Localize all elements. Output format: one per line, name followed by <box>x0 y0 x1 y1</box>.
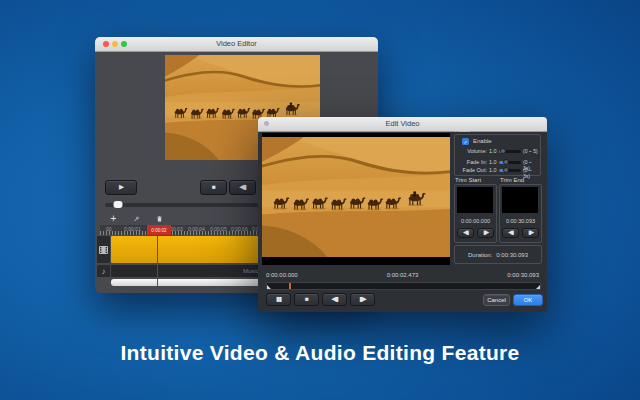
stop-button[interactable]: ■ <box>294 293 319 306</box>
dialog-seek-bar[interactable] <box>266 282 541 290</box>
next-frame-button[interactable]: ▮▶ <box>350 293 375 306</box>
duration-value: 0:00:30.093 <box>496 252 528 258</box>
trim-end-next-frame-button[interactable]: ▮▶ <box>522 228 539 238</box>
background: Video Editor ▶ ■ ◀▮ ▮▶ + <box>0 0 640 400</box>
trim-start-time: 0:00:00.000 <box>455 218 496 224</box>
video-track-icon-cell <box>97 236 110 263</box>
fade-out-range: (0 ~ 3s) <box>523 167 540 179</box>
ruler-label: 0:00:01 <box>124 226 141 232</box>
fade-in-slider[interactable] <box>499 161 521 164</box>
fade-in-value: 1.0 <box>489 159 497 165</box>
fade-out-label: Fade Out: <box>455 167 487 173</box>
next-frame-icon: ▮▶ <box>359 296 366 303</box>
playhead-line[interactable] <box>157 235 158 286</box>
fade-out-slider[interactable] <box>499 169 521 172</box>
editor-seek-handle[interactable] <box>113 201 122 208</box>
previous-frame-button[interactable]: ◀▮ <box>229 180 256 195</box>
ruler-label: 0:00:04 <box>188 226 205 232</box>
window-title: Video Editor <box>95 39 378 48</box>
fade-in-label: Fade In: <box>455 159 487 165</box>
trim-handle-left[interactable] <box>267 285 271 289</box>
edit-video-dialog: Edit Video Audio ✓ Enable Volume: 1.0 (0… <box>258 117 547 312</box>
audio-track-icon-cell: ♪ <box>97 265 110 277</box>
trim-end-frame <box>502 187 538 213</box>
seek-position-marker[interactable] <box>289 283 291 289</box>
stop-icon: ■ <box>305 296 308 303</box>
volume-label: Volume: <box>455 148 487 154</box>
fade-out-slider-knob[interactable] <box>503 167 509 173</box>
trash-icon <box>157 214 162 224</box>
ok-button[interactable]: OK <box>513 294 543 306</box>
previous-frame-button[interactable]: ◀▮ <box>322 293 347 306</box>
add-clip-button[interactable]: + <box>105 212 122 225</box>
previous-frame-icon: ◀▮ <box>331 296 338 303</box>
tagline-text: Intuitive Video & Audio Editing Feature <box>0 341 640 365</box>
volume-range: (0 ~ 5) <box>523 148 538 154</box>
trim-handle-right[interactable] <box>536 285 540 289</box>
previous-frame-icon: ◀▮ <box>463 230 468 236</box>
volume-value: 1.0 <box>489 148 497 154</box>
volume-slider-knob[interactable] <box>500 148 506 154</box>
next-frame-icon: ▮▶ <box>483 230 488 236</box>
plus-icon: + <box>111 214 117 224</box>
edit-tool-button[interactable] <box>128 212 145 225</box>
play-button[interactable]: ▶ <box>105 180 137 195</box>
music-track-label: Music <box>243 268 259 274</box>
duration-box: Duration: 0:00:30.093 <box>454 245 542 264</box>
cancel-button[interactable]: Cancel <box>483 294 510 306</box>
trim-end-label: Trim End <box>500 177 524 183</box>
enable-checkbox[interactable]: ✓ <box>462 138 469 145</box>
ruler-label: 00 <box>106 226 112 232</box>
stop-icon: ■ <box>212 184 215 191</box>
delete-clip-button[interactable] <box>151 212 168 225</box>
next-frame-icon: ▮▶ <box>528 230 533 236</box>
audio-group-label: Audio <box>455 127 470 133</box>
trim-end-time: 0:00:30.093 <box>500 218 541 224</box>
trim-end-box: 0:00:30.093 ◀▮ ▮▶ <box>499 184 542 243</box>
trim-start-box: 0:00:00.000 ◀▮ ▮▶ <box>454 184 497 243</box>
wrench-icon <box>134 214 139 224</box>
play-icon: ▶ <box>119 184 123 191</box>
trim-start-frame <box>457 187 493 213</box>
film-strip-icon <box>99 246 108 254</box>
trim-start-prev-frame-button[interactable]: ◀▮ <box>457 228 474 238</box>
ruler-label: 0:00:05 <box>210 226 227 232</box>
trim-start-label: Trim Start <box>455 177 481 183</box>
enable-label: Enable <box>473 138 492 144</box>
pause-button[interactable]: ▮▮ <box>266 293 291 306</box>
music-note-icon: ♪ <box>102 267 106 276</box>
seek-end-time: 0:00:30.093 <box>507 272 539 278</box>
trim-start-next-frame-button[interactable]: ▮▶ <box>477 228 494 238</box>
seek-current-time: 0:00:02.473 <box>387 272 419 278</box>
desert-camels-image <box>262 137 450 257</box>
check-icon: ✓ <box>463 139 467 145</box>
ruler-label: 0:00:06 <box>231 226 248 232</box>
seek-start-time: 0:00:00.000 <box>266 272 298 278</box>
previous-frame-icon: ◀▮ <box>508 230 513 236</box>
stop-button[interactable]: ■ <box>200 180 227 195</box>
dialog-video-preview <box>262 133 450 265</box>
fade-in-slider-knob[interactable] <box>503 159 509 165</box>
pause-icon: ▮▮ <box>276 296 281 303</box>
fade-out-value: 1.0 <box>489 167 497 173</box>
duration-label: Duration: <box>468 252 492 258</box>
trim-end-prev-frame-button[interactable]: ◀▮ <box>502 228 519 238</box>
playhead-time-badge[interactable]: 0:00:02 <box>147 225 171 235</box>
volume-slider[interactable] <box>499 150 521 153</box>
audio-group-box: ✓ Enable Volume: 1.0 (0 ~ 5) Fade In: 1.… <box>454 134 541 176</box>
previous-frame-icon: ◀▮ <box>239 184 246 191</box>
video-editor-titlebar[interactable]: Video Editor <box>95 37 378 52</box>
